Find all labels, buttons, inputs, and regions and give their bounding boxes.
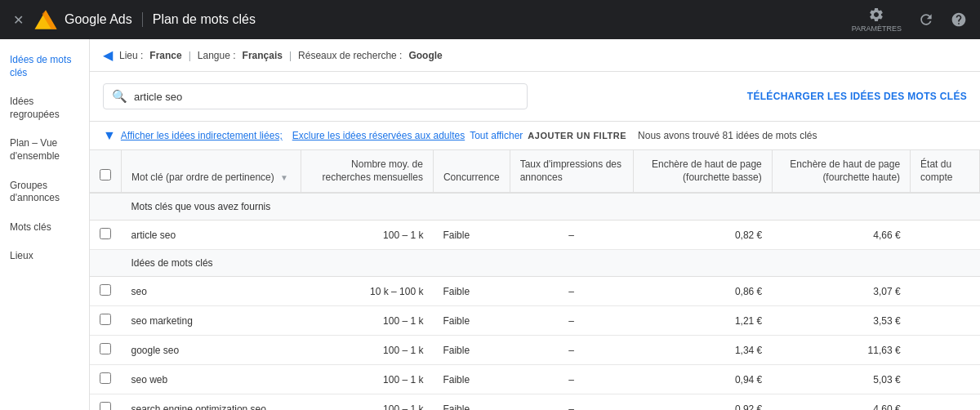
row-bid-high: 4,60 € [772, 394, 910, 410]
filter-icon: ▼ [103, 128, 116, 143]
row-competition: Faible [433, 394, 510, 410]
header-bid-low: Enchère de haut de page (fourchette bass… [633, 150, 772, 193]
row-keyword: google seo [122, 336, 301, 365]
row-checkbox-cell[interactable] [90, 394, 122, 410]
top-nav: ✕ Google Ads Plan de mots clés PARAMÈTRE… [0, 0, 980, 39]
row-checkbox[interactable] [100, 314, 111, 325]
table-row: search engine optimization seo 100 – 1 k… [90, 394, 980, 410]
row-searches: 100 – 1 k [301, 221, 434, 250]
show-all-link[interactable]: Tout afficher [470, 130, 523, 141]
row-checkbox[interactable] [100, 372, 111, 384]
settings-button[interactable]: PARAMÈTRES [852, 7, 902, 33]
row-searches: 100 – 1 k [301, 365, 434, 394]
row-checkbox[interactable] [100, 284, 111, 296]
row-checkbox-cell[interactable] [90, 336, 122, 365]
row-bid-high: 3,53 € [772, 306, 910, 336]
row-bid-low: 1,34 € [633, 336, 772, 365]
search-section: 🔍 TÉLÉCHARGER LES IDÉES DES MOTS CLÉS [90, 72, 980, 122]
search-icon: 🔍 [112, 89, 127, 104]
row-impression-share: – [510, 277, 633, 306]
row-checkbox-cell[interactable] [90, 306, 122, 336]
section-header-row: Mots clés que vous avez fournis [90, 193, 980, 221]
search-box[interactable]: 🔍 [103, 83, 528, 109]
row-keyword: seo [122, 277, 301, 306]
row-impression-share: – [510, 336, 633, 365]
sort-arrow-icon[interactable]: ▼ [280, 173, 288, 182]
sidebar-item-ideas[interactable]: Idées de mots clés [0, 46, 89, 87]
results-count: Nous avons trouvé 81 idées de mots clés [638, 130, 817, 141]
indirect-ideas-link[interactable]: Afficher les idées indirectement liées; [121, 130, 283, 141]
row-bid-low: 0,82 € [633, 221, 772, 250]
settings-label: PARAMÈTRES [852, 25, 902, 33]
sidebar-item-grouped[interactable]: Idées regroupées [0, 87, 89, 129]
row-competition: Faible [433, 336, 510, 365]
row-searches: 100 – 1 k [301, 394, 434, 410]
section-header-row: Idées de mots clés [90, 250, 980, 277]
section-title: Idées de mots clés [122, 250, 980, 277]
content-area: ◀ Lieu : France | Langue : Français | Ré… [90, 39, 980, 410]
row-bid-high: 11,63 € [772, 336, 910, 365]
header-impression-share: Taux d'impressions des annonces [510, 150, 633, 193]
add-filter-button[interactable]: AJOUTER UN FILTRE [528, 131, 626, 140]
row-checkbox[interactable] [100, 228, 111, 239]
row-bid-low: 0,86 € [633, 277, 772, 306]
sidebar-item-locations[interactable]: Lieux [0, 242, 89, 271]
header-bid-high: Enchère de haut de page (fourchette haut… [772, 150, 910, 193]
row-impression-share: – [510, 365, 633, 394]
sidebar-item-plan-view[interactable]: Plan – Vue d'ensemble [0, 129, 89, 171]
row-account-status [911, 277, 980, 306]
breadcrumb-sep1: | [189, 50, 191, 61]
row-impression-share: – [510, 221, 633, 250]
table-row: seo 10 k – 100 k Faible – 0,86 € 3,07 € [90, 277, 980, 306]
keywords-table: Mot clé (par ordre de pertinence) ▼ Nomb… [90, 150, 980, 410]
row-competition: Faible [433, 365, 510, 394]
row-bid-low: 1,21 € [633, 306, 772, 336]
header-checkbox[interactable] [90, 150, 122, 193]
row-checkbox[interactable] [100, 343, 111, 354]
row-account-status [911, 365, 980, 394]
exclude-adults-link[interactable]: Exclure les idées réservées aux adultes [292, 130, 465, 141]
row-checkbox-cell[interactable] [90, 221, 122, 250]
table-row: google seo 100 – 1 k Faible – 1,34 € 11,… [90, 336, 980, 365]
main-layout: Idées de mots clés Idées regroupées Plan… [0, 39, 980, 410]
close-button[interactable]: ✕ [13, 12, 24, 28]
filter-bar: ▼ Afficher les idées indirectement liées… [90, 122, 980, 150]
help-button[interactable] [951, 11, 967, 28]
section-title: Mots clés que vous avez fournis [122, 193, 980, 221]
row-keyword: seo web [122, 365, 301, 394]
sidebar-item-keywords[interactable]: Mots clés [0, 213, 89, 243]
row-impression-share: – [510, 394, 633, 410]
sidebar-item-ad-groups[interactable]: Groupes d'annonces [0, 172, 89, 213]
row-searches: 10 k – 100 k [301, 277, 434, 306]
row-account-status [911, 336, 980, 365]
table-row: seo web 100 – 1 k Faible – 0,94 € 5,03 € [90, 365, 980, 394]
row-checkbox[interactable] [100, 402, 111, 410]
table-body: Mots clés que vous avez fournis article … [90, 193, 980, 410]
row-impression-share: – [510, 306, 633, 336]
breadcrumb: ◀ Lieu : France | Langue : Français | Ré… [90, 39, 980, 72]
sidebar: Idées de mots clés Idées regroupées Plan… [0, 39, 90, 410]
header-competition: Concurrence [433, 150, 510, 193]
row-bid-high: 4,66 € [772, 221, 910, 250]
row-keyword: article seo [122, 221, 301, 250]
page-title: Plan de mots clés [142, 12, 256, 27]
back-button[interactable]: ◀ [103, 47, 113, 63]
table-row: seo marketing 100 – 1 k Faible – 1,21 € … [90, 306, 980, 336]
language-value: Français [243, 50, 283, 61]
row-competition: Faible [433, 221, 510, 250]
search-input[interactable] [134, 91, 519, 103]
download-button[interactable]: TÉLÉCHARGER LES IDÉES DES MOTS CLÉS [747, 91, 967, 102]
row-checkbox-cell[interactable] [90, 277, 122, 306]
refresh-button[interactable] [918, 11, 934, 28]
location-value: France [149, 50, 181, 61]
network-label: Réseaux de recherche : [298, 50, 402, 61]
row-checkbox-cell[interactable] [90, 365, 122, 394]
header-keyword: Mot clé (par ordre de pertinence) ▼ [122, 150, 301, 193]
row-competition: Faible [433, 306, 510, 336]
app-name: Google Ads [65, 12, 132, 27]
header-searches: Nombre moy. de recherches mensuelles [301, 150, 434, 193]
row-competition: Faible [433, 277, 510, 306]
select-all-checkbox[interactable] [100, 169, 111, 180]
table-row: article seo 100 – 1 k Faible – 0,82 € 4,… [90, 221, 980, 250]
breadcrumb-sep2: | [289, 50, 292, 61]
